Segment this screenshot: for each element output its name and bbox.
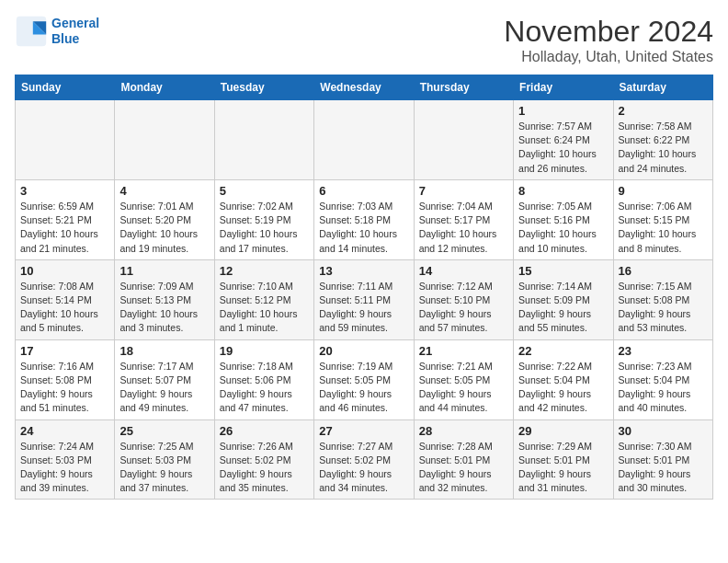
calendar-cell: 4Sunrise: 7:01 AM Sunset: 5:20 PM Daylig… [115, 179, 214, 259]
calendar-week-2: 3Sunrise: 6:59 AM Sunset: 5:21 PM Daylig… [16, 179, 713, 259]
logo-icon [15, 15, 48, 48]
day-number: 2 [619, 104, 708, 118]
calendar-cell: 27Sunrise: 7:27 AM Sunset: 5:02 PM Dayli… [314, 419, 414, 500]
day-number: 6 [319, 184, 408, 198]
calendar-cell: 14Sunrise: 7:12 AM Sunset: 5:10 PM Dayli… [414, 259, 513, 339]
calendar-cell: 24Sunrise: 7:24 AM Sunset: 5:03 PM Dayli… [16, 419, 115, 500]
day-info: Sunrise: 7:26 AM Sunset: 5:02 PM Dayligh… [220, 440, 309, 496]
calendar-cell: 23Sunrise: 7:23 AM Sunset: 5:04 PM Dayli… [613, 339, 712, 419]
calendar-cell: 18Sunrise: 7:17 AM Sunset: 5:07 PM Dayli… [115, 339, 214, 419]
day-info: Sunrise: 7:10 AM Sunset: 5:12 PM Dayligh… [220, 280, 309, 336]
day-number: 3 [20, 184, 109, 198]
day-info: Sunrise: 7:57 AM Sunset: 6:24 PM Dayligh… [518, 120, 608, 176]
weekday-header-monday: Monday [115, 75, 214, 100]
day-info: Sunrise: 7:06 AM Sunset: 5:15 PM Dayligh… [619, 200, 708, 256]
calendar-cell: 9Sunrise: 7:06 AM Sunset: 5:15 PM Daylig… [613, 179, 712, 259]
day-number: 12 [220, 264, 309, 278]
day-number: 5 [220, 184, 309, 198]
weekday-header-friday: Friday [514, 75, 613, 100]
calendar-week-4: 17Sunrise: 7:16 AM Sunset: 5:08 PM Dayli… [16, 339, 713, 419]
day-number: 8 [518, 184, 608, 198]
day-number: 24 [20, 424, 109, 438]
calendar-cell [414, 100, 513, 180]
day-number: 17 [20, 344, 109, 358]
day-info: Sunrise: 7:02 AM Sunset: 5:19 PM Dayligh… [220, 200, 309, 256]
calendar-cell: 3Sunrise: 6:59 AM Sunset: 5:21 PM Daylig… [16, 179, 115, 259]
day-info: Sunrise: 7:28 AM Sunset: 5:01 PM Dayligh… [419, 440, 508, 496]
day-info: Sunrise: 7:19 AM Sunset: 5:05 PM Dayligh… [319, 360, 408, 416]
calendar-week-5: 24Sunrise: 7:24 AM Sunset: 5:03 PM Dayli… [16, 419, 713, 500]
day-info: Sunrise: 7:25 AM Sunset: 5:03 PM Dayligh… [119, 440, 209, 496]
day-number: 25 [119, 424, 209, 438]
day-info: Sunrise: 7:12 AM Sunset: 5:10 PM Dayligh… [419, 280, 508, 336]
weekday-header-row: SundayMondayTuesdayWednesdayThursdayFrid… [16, 75, 713, 100]
calendar-week-3: 10Sunrise: 7:08 AM Sunset: 5:14 PM Dayli… [16, 259, 713, 339]
day-info: Sunrise: 7:04 AM Sunset: 5:17 PM Dayligh… [419, 200, 508, 256]
calendar-cell: 11Sunrise: 7:09 AM Sunset: 5:13 PM Dayli… [115, 259, 214, 339]
day-info: Sunrise: 7:22 AM Sunset: 5:04 PM Dayligh… [518, 360, 608, 416]
calendar-cell: 5Sunrise: 7:02 AM Sunset: 5:19 PM Daylig… [214, 179, 313, 259]
day-number: 26 [220, 424, 309, 438]
day-info: Sunrise: 7:29 AM Sunset: 5:01 PM Dayligh… [518, 440, 608, 496]
day-number: 21 [419, 344, 508, 358]
calendar-cell [115, 100, 214, 180]
weekday-header-thursday: Thursday [414, 75, 513, 100]
day-info: Sunrise: 7:03 AM Sunset: 5:18 PM Dayligh… [319, 200, 408, 256]
day-number: 1 [518, 104, 608, 118]
day-number: 30 [619, 424, 708, 438]
calendar-cell [16, 100, 115, 180]
calendar-cell: 17Sunrise: 7:16 AM Sunset: 5:08 PM Dayli… [16, 339, 115, 419]
calendar-cell [214, 100, 313, 180]
day-number: 16 [619, 264, 708, 278]
day-number: 7 [419, 184, 508, 198]
day-number: 10 [20, 264, 109, 278]
calendar-cell [314, 100, 414, 180]
calendar-table: SundayMondayTuesdayWednesdayThursdayFrid… [15, 75, 713, 500]
calendar-cell: 13Sunrise: 7:11 AM Sunset: 5:11 PM Dayli… [314, 259, 414, 339]
day-info: Sunrise: 7:27 AM Sunset: 5:02 PM Dayligh… [319, 440, 408, 496]
calendar-cell: 19Sunrise: 7:18 AM Sunset: 5:06 PM Dayli… [214, 339, 313, 419]
day-info: Sunrise: 7:18 AM Sunset: 5:06 PM Dayligh… [220, 360, 309, 416]
page-header: General Blue November 2024 Holladay, Uta… [15, 15, 713, 65]
day-number: 18 [119, 344, 209, 358]
day-number: 19 [220, 344, 309, 358]
day-number: 4 [119, 184, 209, 198]
calendar-cell: 22Sunrise: 7:22 AM Sunset: 5:04 PM Dayli… [514, 339, 613, 419]
day-number: 28 [419, 424, 508, 438]
day-info: Sunrise: 7:21 AM Sunset: 5:05 PM Dayligh… [419, 360, 508, 416]
day-info: Sunrise: 7:23 AM Sunset: 5:04 PM Dayligh… [619, 360, 708, 416]
day-info: Sunrise: 7:17 AM Sunset: 5:07 PM Dayligh… [119, 360, 209, 416]
calendar-cell: 2Sunrise: 7:58 AM Sunset: 6:22 PM Daylig… [613, 100, 712, 180]
calendar-cell: 30Sunrise: 7:30 AM Sunset: 5:01 PM Dayli… [613, 419, 712, 500]
title-block: November 2024 Holladay, Utah, United Sta… [504, 15, 713, 65]
weekday-header-wednesday: Wednesday [314, 75, 414, 100]
day-number: 13 [319, 264, 408, 278]
calendar-cell: 28Sunrise: 7:28 AM Sunset: 5:01 PM Dayli… [414, 419, 513, 500]
calendar-cell: 12Sunrise: 7:10 AM Sunset: 5:12 PM Dayli… [214, 259, 313, 339]
calendar-cell: 8Sunrise: 7:05 AM Sunset: 5:16 PM Daylig… [514, 179, 613, 259]
calendar-cell: 29Sunrise: 7:29 AM Sunset: 5:01 PM Dayli… [514, 419, 613, 500]
day-number: 22 [518, 344, 608, 358]
day-info: Sunrise: 7:16 AM Sunset: 5:08 PM Dayligh… [20, 360, 109, 416]
calendar-cell: 15Sunrise: 7:14 AM Sunset: 5:09 PM Dayli… [514, 259, 613, 339]
day-number: 11 [119, 264, 209, 278]
weekday-header-tuesday: Tuesday [214, 75, 313, 100]
calendar-cell: 20Sunrise: 7:19 AM Sunset: 5:05 PM Dayli… [314, 339, 414, 419]
calendar-cell: 26Sunrise: 7:26 AM Sunset: 5:02 PM Dayli… [214, 419, 313, 500]
day-info: Sunrise: 7:01 AM Sunset: 5:20 PM Dayligh… [119, 200, 209, 256]
weekday-header-saturday: Saturday [613, 75, 712, 100]
day-number: 29 [518, 424, 608, 438]
day-info: Sunrise: 7:14 AM Sunset: 5:09 PM Dayligh… [518, 280, 608, 336]
day-info: Sunrise: 7:09 AM Sunset: 5:13 PM Dayligh… [119, 280, 209, 336]
day-info: Sunrise: 7:11 AM Sunset: 5:11 PM Dayligh… [319, 280, 408, 336]
calendar-cell: 7Sunrise: 7:04 AM Sunset: 5:17 PM Daylig… [414, 179, 513, 259]
logo: General Blue [15, 15, 99, 48]
day-number: 23 [619, 344, 708, 358]
day-info: Sunrise: 7:05 AM Sunset: 5:16 PM Dayligh… [518, 200, 608, 256]
calendar-cell: 10Sunrise: 7:08 AM Sunset: 5:14 PM Dayli… [16, 259, 115, 339]
day-number: 27 [319, 424, 408, 438]
day-info: Sunrise: 6:59 AM Sunset: 5:21 PM Dayligh… [20, 200, 109, 256]
day-info: Sunrise: 7:24 AM Sunset: 5:03 PM Dayligh… [20, 440, 109, 496]
day-info: Sunrise: 7:15 AM Sunset: 5:08 PM Dayligh… [619, 280, 708, 336]
calendar-cell: 1Sunrise: 7:57 AM Sunset: 6:24 PM Daylig… [514, 100, 613, 180]
